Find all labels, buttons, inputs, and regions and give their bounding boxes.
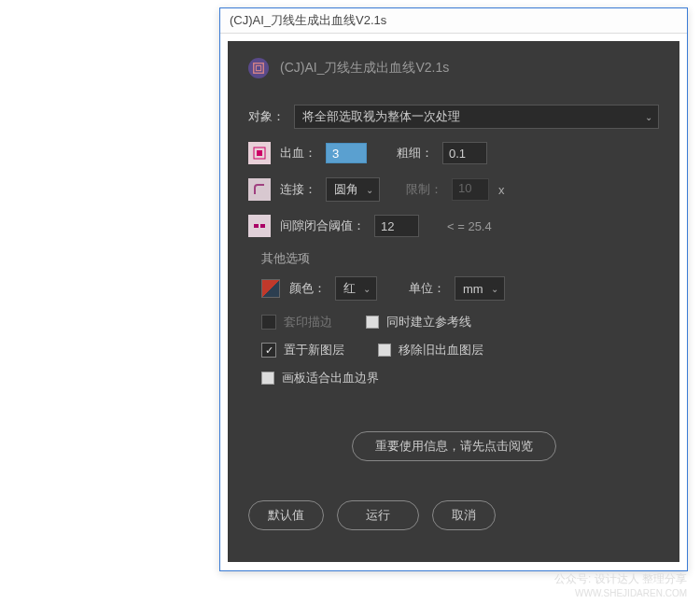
dialog-window: (CJ)AI_刀线生成出血线V2.1s (CJ)AI_刀线生成出血线V2.1s … xyxy=(219,7,688,571)
svg-rect-5 xyxy=(260,224,265,228)
gap-label: 间隙闭合阈值： xyxy=(280,218,365,234)
gap-icon xyxy=(248,215,271,237)
new-layer-checkbox[interactable] xyxy=(261,343,276,358)
cancel-button[interactable]: 取消 xyxy=(432,500,496,530)
dialog-panel: (CJ)AI_刀线生成出血线V2.1s 对象： 将全部选取视为整体一次处理 ⌄ … xyxy=(228,41,679,562)
window-titlebar: (CJ)AI_刀线生成出血线V2.1s xyxy=(220,8,687,34)
chevron-down-icon: ⌄ xyxy=(363,284,371,294)
chevron-down-icon: ⌄ xyxy=(645,112,652,122)
window-title: (CJ)AI_刀线生成出血线V2.1s xyxy=(230,13,386,27)
color-swatch-icon xyxy=(261,279,280,298)
target-row: 对象： 将全部选取视为整体一次处理 ⌄ xyxy=(248,105,659,129)
dialog-header: (CJ)AI_刀线生成出血线V2.1s xyxy=(248,58,659,78)
join-select[interactable]: 圆角 ⌄ xyxy=(326,177,380,202)
unit-select[interactable]: mm ⌄ xyxy=(455,276,505,301)
option-row-3: 画板适合出血边界 xyxy=(261,370,659,386)
join-row: 连接： 圆角 ⌄ 限制： 10 x xyxy=(248,177,659,202)
color-select-value: 红 xyxy=(343,280,356,297)
join-icon xyxy=(248,178,271,201)
print-marks-checkbox xyxy=(261,315,276,330)
watermark-line2: WWW.SHEJIDAREN.COM xyxy=(554,587,687,599)
svg-rect-4 xyxy=(254,224,259,228)
chevron-down-icon: ⌄ xyxy=(491,284,498,294)
guides-option[interactable]: 同时建立参考线 xyxy=(366,314,471,330)
bleed-row: 出血： 粗细： xyxy=(248,142,659,164)
limit-label: 限制： xyxy=(406,181,442,198)
color-label: 颜色： xyxy=(289,280,326,297)
bleed-label: 出血： xyxy=(280,145,316,162)
artboard-fit-label: 画板适合出血边界 xyxy=(282,370,379,386)
bleed-input[interactable] xyxy=(326,143,367,163)
info-row: 重要使用信息，请先点击阅览 xyxy=(248,431,659,461)
bleed-icon xyxy=(248,142,271,164)
target-label: 对象： xyxy=(248,108,285,125)
default-button[interactable]: 默认值 xyxy=(248,500,324,530)
print-marks-option: 套印描边 xyxy=(261,314,332,330)
option-row-2: 置于新图层 移除旧出血图层 xyxy=(261,342,659,358)
dialog-title: (CJ)AI_刀线生成出血线V2.1s xyxy=(280,60,449,77)
guides-checkbox[interactable] xyxy=(366,316,379,329)
action-row: 默认值 运行 取消 xyxy=(248,500,659,530)
unit-select-value: mm xyxy=(463,282,483,296)
target-select-value: 将全部选取视为整体一次处理 xyxy=(302,108,460,125)
remove-old-option[interactable]: 移除旧出血图层 xyxy=(378,342,483,358)
svg-rect-3 xyxy=(257,150,262,156)
app-logo-icon xyxy=(248,58,269,78)
new-layer-label: 置于新图层 xyxy=(284,342,344,358)
guides-label: 同时建立参考线 xyxy=(386,314,471,330)
limit-unit: x xyxy=(498,183,505,197)
remove-old-label: 移除旧出血图层 xyxy=(399,342,483,358)
artboard-fit-option[interactable]: 画板适合出血边界 xyxy=(261,370,659,386)
join-select-value: 圆角 xyxy=(334,181,358,198)
chevron-down-icon: ⌄ xyxy=(366,185,373,195)
weight-label: 粗细： xyxy=(397,145,433,162)
watermark-line1: 公众号: 设计达人 整理分享 xyxy=(554,572,687,587)
option-row-1: 套印描边 同时建立参考线 xyxy=(261,314,659,330)
run-button[interactable]: 运行 xyxy=(337,500,419,530)
watermark: 公众号: 设计达人 整理分享 WWW.SHEJIDAREN.COM xyxy=(554,572,687,599)
print-marks-label: 套印描边 xyxy=(284,314,332,330)
remove-old-checkbox[interactable] xyxy=(378,344,391,357)
gap-row: 间隙闭合阈值： < = 25.4 xyxy=(248,215,659,237)
color-unit-row: 颜色： 红 ⌄ 单位： mm ⌄ xyxy=(261,276,659,301)
artboard-fit-checkbox[interactable] xyxy=(261,372,274,385)
join-label: 连接： xyxy=(280,181,316,198)
target-select[interactable]: 将全部选取视为整体一次处理 ⌄ xyxy=(294,105,659,129)
color-select[interactable]: 红 ⌄ xyxy=(335,276,377,301)
weight-input[interactable] xyxy=(442,142,487,164)
options-section-label: 其他选项 xyxy=(261,250,659,267)
gap-hint: < = 25.4 xyxy=(447,219,492,233)
limit-input: 10 xyxy=(452,178,489,201)
info-button[interactable]: 重要使用信息，请先点击阅览 xyxy=(352,431,556,461)
gap-input[interactable] xyxy=(374,215,419,237)
unit-label: 单位： xyxy=(409,280,445,297)
new-layer-option[interactable]: 置于新图层 xyxy=(261,342,344,358)
svg-rect-1 xyxy=(256,65,260,70)
svg-rect-0 xyxy=(254,63,264,74)
